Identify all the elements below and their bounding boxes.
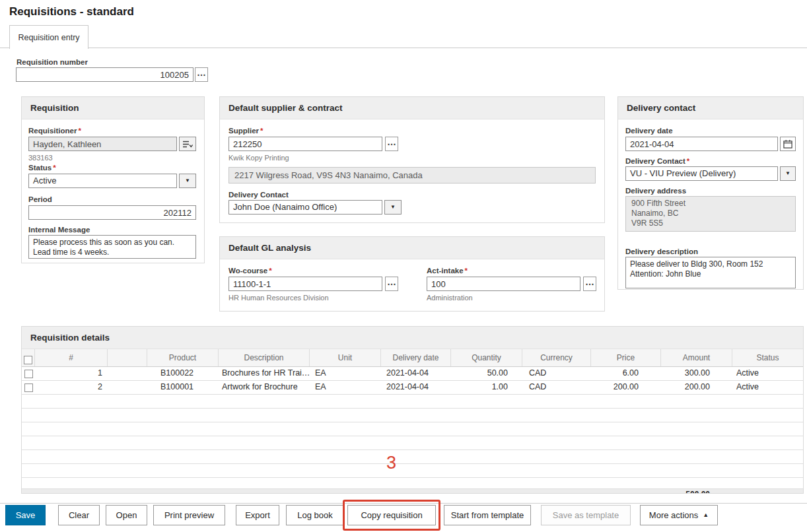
supplier-panel: Default supplier & contract Supplier … K… <box>219 96 605 223</box>
empty-table-row <box>22 395 803 409</box>
column-header-unit[interactable]: Unit <box>310 349 381 366</box>
delivery-date-calendar-button[interactable] <box>780 137 796 151</box>
act-intake-lookup-button[interactable]: … <box>583 277 596 291</box>
table-cell-amount: 300.00 <box>661 367 732 380</box>
requisitioner-lookup-button[interactable] <box>179 137 196 151</box>
column-header-delivery-date[interactable]: Delivery date <box>381 349 451 366</box>
requisition-panel: Requisition Requisitioner 383163 Status … <box>21 96 205 263</box>
supplier-label: Supplier <box>228 127 263 135</box>
table-row[interactable]: 1B100022Brochures for HR Trai…EA2021-04-… <box>22 367 803 381</box>
open-button[interactable]: Open <box>106 505 147 525</box>
wo-course-input[interactable] <box>228 277 382 291</box>
delivery-contact-select[interactable]: VU - VIU Preview (Delivery) <box>625 166 778 181</box>
delivery-address-field: 900 Fifth Street Nanaimo, BC V9R 5S5 <box>625 196 796 232</box>
act-intake-label: Act-intake <box>427 267 468 275</box>
page-title: Requisitions - standard <box>9 5 134 18</box>
act-intake-helper: Administration <box>427 294 473 302</box>
delivery-address-label: Delivery address <box>625 187 686 195</box>
export-button[interactable]: Export <box>236 505 279 525</box>
empty-table-row <box>22 464 803 478</box>
table-cell-unit: EA <box>310 367 381 380</box>
annotation-step-number: 3 <box>386 453 396 473</box>
column-header-status[interactable]: Status <box>732 349 803 366</box>
row-checkbox[interactable] <box>24 383 33 392</box>
requisition-number-input[interactable] <box>16 67 193 82</box>
clear-button[interactable]: Clear <box>58 505 100 525</box>
status-dropdown-button[interactable]: ▼ <box>179 174 196 188</box>
ellipsis-icon: … <box>387 277 396 287</box>
select-all-checkbox[interactable] <box>24 356 32 364</box>
table-cell-icon <box>108 367 147 380</box>
tab-requisition-entry[interactable]: Requisition entry <box>9 25 88 49</box>
column-header-quantity[interactable]: Quantity <box>451 349 522 366</box>
requisition-details-panel: Requisition details # Product Descriptio… <box>21 326 804 494</box>
supplier-lookup-button[interactable]: … <box>385 137 398 151</box>
supplier-delivery-contact-label: Delivery Contact <box>228 191 289 199</box>
table-cell-quantity: 50.00 <box>451 367 522 380</box>
table-row[interactable]: 2B100001Artwork for BrochureEA2021-04-04… <box>22 381 803 395</box>
supplier-delivery-contact-dropdown-button[interactable]: ▼ <box>384 200 402 215</box>
supplier-input[interactable] <box>228 137 382 151</box>
table-cell-icon <box>108 381 147 394</box>
requisition-details-panel-title: Requisition details <box>22 327 803 349</box>
delivery-contact-dropdown-button[interactable]: ▼ <box>780 166 796 181</box>
status-select[interactable]: Active <box>28 174 177 188</box>
wo-course-lookup-button[interactable]: … <box>385 277 398 291</box>
start-from-template-button[interactable]: Start from template <box>444 505 531 525</box>
column-header-amount[interactable]: Amount <box>661 349 732 366</box>
delivery-contact-label: Delivery Contact <box>625 157 689 165</box>
details-sum-row: 500.00 <box>22 489 803 494</box>
empty-table-row <box>22 436 803 450</box>
requisition-number-lookup-button[interactable]: … <box>195 67 208 82</box>
ellipsis-icon: … <box>197 67 206 78</box>
act-intake-input[interactable] <box>427 277 580 291</box>
save-button[interactable]: Save <box>5 505 46 525</box>
column-header-product[interactable]: Product <box>147 349 219 366</box>
wo-course-label: Wo-course <box>228 267 272 275</box>
delivery-date-input[interactable] <box>625 137 778 151</box>
requisitioner-input[interactable] <box>28 137 177 151</box>
supplier-panel-title: Default supplier & contract <box>220 97 604 119</box>
toolbar-divider <box>0 503 807 504</box>
supplier-delivery-contact-select[interactable]: John Doe (Nanaimo Office) <box>228 200 382 215</box>
table-cell-currency: CAD <box>522 381 591 394</box>
period-input[interactable] <box>28 205 196 220</box>
internal-message-label: Internal Message <box>28 226 90 234</box>
gl-analysis-panel: Default GL analysis Wo-course … HR Human… <box>219 236 605 312</box>
contact-list-icon <box>182 140 193 149</box>
status-label: Status <box>28 164 56 172</box>
column-header-currency[interactable]: Currency <box>522 349 591 366</box>
table-cell-product: B100022 <box>147 367 219 380</box>
chevron-down-icon: ▼ <box>785 171 790 176</box>
calendar-icon <box>783 139 792 149</box>
more-actions-button[interactable]: More actions ▲ <box>640 505 718 525</box>
requisition-number-label: Requisition number <box>17 58 88 66</box>
chevron-down-icon: ▼ <box>185 178 190 183</box>
table-cell-status: Active <box>732 381 803 394</box>
delivery-description-textarea[interactable]: Please deliver to Bldg 300, Room 152 Att… <box>625 257 796 288</box>
row-checkbox[interactable] <box>24 370 33 378</box>
details-table-header: # Product Description Unit Delivery date… <box>22 349 803 367</box>
delivery-contact-panel-title: Delivery contact <box>618 97 803 119</box>
column-header-description[interactable]: Description <box>219 349 310 366</box>
supplier-name-helper: Kwik Kopy Printing <box>228 154 289 162</box>
empty-table-row <box>22 409 803 422</box>
column-header-price[interactable]: Price <box>591 349 661 366</box>
chevron-down-icon: ▼ <box>390 205 396 210</box>
table-cell-price: 200.00 <box>591 381 661 394</box>
copy-requisition-button[interactable]: Copy requisition <box>347 505 436 525</box>
internal-message-textarea[interactable]: Please process this as soon as you can. … <box>28 235 196 259</box>
gl-analysis-panel-title: Default GL analysis <box>220 237 604 259</box>
empty-table-row <box>22 422 803 436</box>
table-cell-unit: EA <box>310 381 381 394</box>
ellipsis-icon: … <box>387 137 396 147</box>
table-cell-quantity: 1.00 <box>451 381 522 394</box>
table-cell-cb <box>22 381 35 394</box>
tab-label: Requisition entry <box>18 33 79 42</box>
column-header-num[interactable]: # <box>35 349 108 366</box>
column-header-blank <box>108 349 147 366</box>
wo-course-helper: HR Human Resources Division <box>228 294 329 302</box>
table-cell-currency: CAD <box>522 367 591 380</box>
log-book-button[interactable]: Log book <box>286 505 344 525</box>
print-preview-button[interactable]: Print preview <box>153 505 225 525</box>
